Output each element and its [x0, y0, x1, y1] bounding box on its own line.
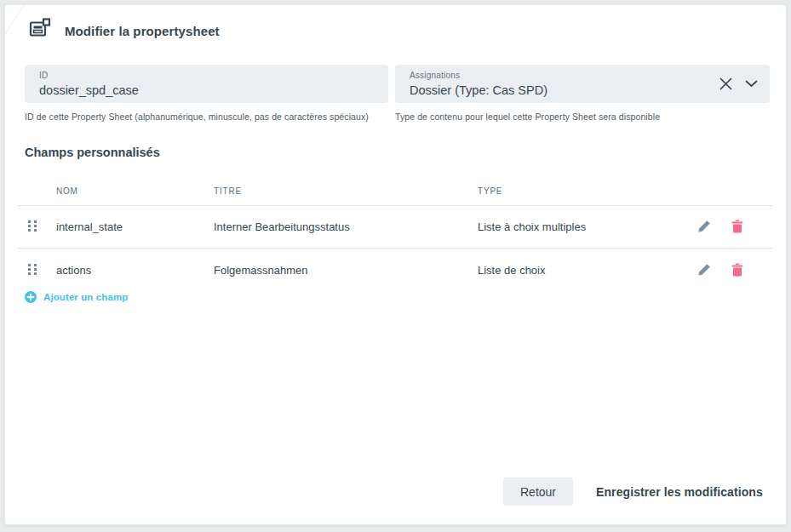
- chevron-down-icon[interactable]: [743, 78, 759, 89]
- column-header-titre: TITRE: [214, 186, 242, 196]
- clear-icon[interactable]: [717, 75, 735, 93]
- cell-titre: Folgemassnahmen: [214, 249, 308, 291]
- add-field-label: Ajouter un champ: [43, 292, 128, 302]
- delete-trash-icon[interactable]: [730, 261, 745, 278]
- drag-handle-icon[interactable]: [28, 220, 37, 232]
- delete-trash-icon[interactable]: [730, 218, 745, 235]
- edit-pencil-icon[interactable]: [696, 261, 713, 278]
- cell-type: Liste de choix: [478, 249, 546, 291]
- assignations-helper: Type de contenu pour lequel cette Proper…: [395, 112, 761, 122]
- assignations-value: Dossier (Type: Cas SPD): [410, 82, 756, 99]
- back-button[interactable]: Retour: [503, 478, 573, 506]
- cell-titre: Interner Bearbeitungsstatus: [214, 205, 350, 248]
- section-title-custom-fields: Champs personnalisés: [25, 146, 160, 159]
- page-title: Modifier la propertysheet: [65, 24, 220, 38]
- propertysheet-edit-card: Modifier la propertysheet ID dossier_spd…: [4, 4, 787, 525]
- plus-circle-icon: [25, 291, 37, 303]
- column-header-nom: NOM: [56, 186, 78, 196]
- cell-nom: actions: [56, 249, 91, 291]
- table-row: internal_state Interner Bearbeitungsstat…: [18, 205, 772, 249]
- page-background: Modifier la propertysheet ID dossier_spd…: [0, 0, 791, 532]
- cell-nom: internal_state: [56, 205, 123, 248]
- id-field-value: dossier_spd_case: [39, 82, 375, 99]
- table-header-row: NOM TITRE TYPE: [18, 178, 772, 206]
- id-field-label: ID: [39, 71, 375, 81]
- id-field[interactable]: ID dossier_spd_case: [25, 65, 388, 103]
- assignations-label: Assignations: [410, 71, 756, 81]
- id-field-helper: ID de cette Property Sheet (alphanumériq…: [25, 112, 391, 122]
- table-row: actions Folgemassnahmen Liste de choix: [18, 249, 772, 291]
- save-modifications-button[interactable]: Enregistrer les modifications: [596, 478, 763, 506]
- column-header-type: TYPE: [478, 186, 502, 196]
- assignations-select[interactable]: Assignations Dossier (Type: Cas SPD): [395, 65, 770, 103]
- propertysheet-icon: [29, 18, 51, 38]
- add-field-button[interactable]: Ajouter un champ: [25, 291, 128, 303]
- edit-pencil-icon[interactable]: [696, 218, 713, 235]
- cell-type: Liste à choix multiples: [478, 205, 586, 248]
- decorative-diagonal: [5, 4, 27, 35]
- drag-handle-icon[interactable]: [28, 264, 37, 275]
